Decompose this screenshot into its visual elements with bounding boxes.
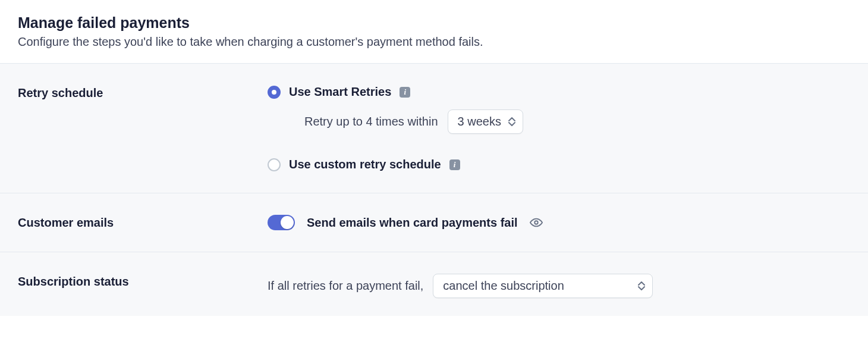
retry-prefix-text: Retry up to 4 times within [304,115,438,129]
retry-schedule-label: Retry schedule [18,85,268,100]
stepper-icon [638,281,645,290]
customer-emails-section: Customer emails Send emails when card pa… [0,193,868,252]
page-title: Manage failed payments [18,14,850,32]
radio-unselected-icon [268,158,281,171]
retry-period-value: 3 weeks [458,115,501,129]
smart-retries-label: Use Smart Retries [289,85,391,99]
info-icon[interactable]: i [449,159,460,170]
custom-retry-option[interactable]: Use custom retry schedule i [268,158,850,171]
retry-schedule-section: Retry schedule Use Smart Retries i Retry… [0,63,868,193]
subscription-action-value: cancel the subscription [443,279,564,293]
preview-icon[interactable] [530,216,543,229]
toggle-knob [281,216,294,229]
emails-toggle[interactable] [268,215,295,230]
header: Manage failed payments Configure the ste… [0,0,868,63]
subscription-status-label: Subscription status [18,274,268,289]
emails-toggle-label: Send emails when card payments fail [307,216,518,230]
subscription-status-section: Subscription status If all retries for a… [0,252,868,316]
svg-point-0 [534,221,538,224]
smart-retries-option[interactable]: Use Smart Retries i [268,85,850,99]
customer-emails-label: Customer emails [18,215,268,230]
custom-retry-label: Use custom retry schedule [289,158,441,171]
subscription-prefix-text: If all retries for a payment fail, [268,279,423,293]
retry-period-select[interactable]: 3 weeks [448,109,523,134]
subscription-action-select[interactable]: cancel the subscription [433,274,653,298]
radio-selected-icon [268,86,281,99]
retry-period-row: Retry up to 4 times within 3 weeks [304,109,850,134]
info-icon[interactable]: i [400,87,410,98]
stepper-icon [508,117,515,126]
page-subtitle: Configure the steps you'd like to take w… [18,35,850,49]
